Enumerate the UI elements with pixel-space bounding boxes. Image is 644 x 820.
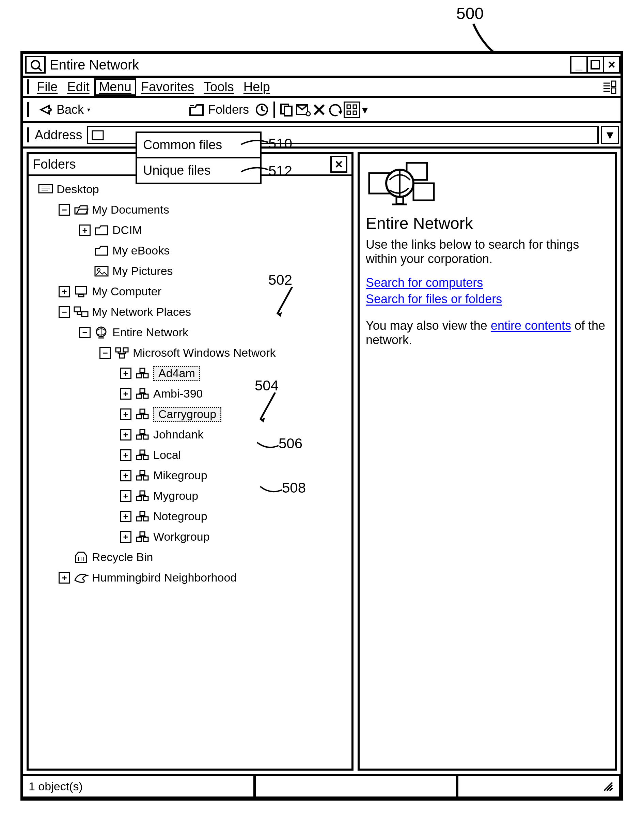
expand-icon[interactable]: + bbox=[58, 286, 70, 297]
link-search-files[interactable]: Search for files or folders bbox=[366, 292, 502, 306]
tree-label: DCIM bbox=[112, 224, 142, 236]
svg-rect-47 bbox=[136, 517, 141, 521]
menu-file[interactable]: File bbox=[32, 78, 62, 96]
collapse-icon[interactable]: − bbox=[58, 204, 70, 216]
svg-rect-52 bbox=[140, 532, 145, 536]
undo-icon[interactable] bbox=[327, 101, 343, 118]
tree-label: Desktop bbox=[57, 183, 99, 195]
menu-help[interactable]: Help bbox=[239, 78, 275, 96]
tree-node[interactable]: My eBooks bbox=[31, 241, 350, 261]
body: Folders × Desktop−My Documents+DCIMMy eB… bbox=[23, 149, 621, 776]
globe-icon bbox=[94, 326, 109, 339]
svg-rect-10 bbox=[353, 105, 357, 108]
menu-menu[interactable]: Menu bbox=[94, 78, 136, 96]
svg-rect-33 bbox=[143, 415, 148, 419]
expand-icon[interactable]: + bbox=[120, 490, 132, 502]
move-to-icon[interactable] bbox=[294, 101, 311, 118]
svg-rect-43 bbox=[140, 470, 145, 474]
content-tail: You may also view the entire contents of… bbox=[366, 318, 609, 347]
tree-node[interactable]: +DCIM bbox=[31, 220, 350, 241]
tree-label: Local bbox=[153, 449, 181, 461]
expand-icon[interactable]: + bbox=[120, 470, 132, 481]
svg-rect-18 bbox=[78, 295, 84, 297]
expand-icon[interactable]: + bbox=[120, 408, 132, 420]
callout-508: 508 bbox=[282, 480, 306, 496]
titlebar: Entire Network _ × bbox=[23, 54, 621, 78]
history-icon[interactable] bbox=[254, 101, 270, 118]
maximize-button[interactable] bbox=[586, 56, 604, 74]
svg-rect-11 bbox=[347, 111, 350, 114]
tree-label: Ad4am bbox=[153, 366, 200, 381]
tree-node[interactable]: −Microsoft Windows Network bbox=[31, 343, 350, 363]
workgroup-icon bbox=[135, 530, 150, 544]
tree-node[interactable]: +Ambi-390 bbox=[31, 384, 350, 404]
views-dropdown-icon[interactable]: ▾ bbox=[360, 103, 370, 117]
tree-node[interactable]: −Entire Network bbox=[31, 322, 350, 343]
content-lead: Use the links below to search for things… bbox=[366, 238, 609, 266]
resize-grip-icon[interactable] bbox=[602, 780, 614, 792]
tree-node[interactable]: +Notegroup bbox=[31, 506, 350, 527]
expand-icon[interactable]: + bbox=[120, 388, 132, 399]
svg-rect-3 bbox=[612, 81, 616, 86]
tree-label: Mikegroup bbox=[153, 469, 207, 482]
tree-node[interactable]: +Hummingbird Neighborhood bbox=[31, 568, 350, 588]
svg-rect-27 bbox=[143, 374, 148, 378]
copy-icon[interactable] bbox=[278, 101, 294, 118]
tree-label: Microsoft Windows Network bbox=[133, 347, 276, 359]
expand-icon[interactable]: + bbox=[120, 429, 132, 441]
back-button[interactable]: Back ▾ bbox=[32, 100, 95, 119]
callout-502: 502 bbox=[268, 272, 292, 288]
window-title: Entire Network bbox=[50, 57, 139, 72]
folders-button[interactable]: Folders bbox=[184, 100, 254, 119]
humming-icon bbox=[74, 571, 89, 584]
svg-rect-26 bbox=[136, 374, 141, 378]
menu-edit[interactable]: Edit bbox=[62, 78, 94, 96]
menu-tools[interactable]: Tools bbox=[199, 78, 239, 96]
views-button[interactable] bbox=[343, 101, 360, 118]
tree-node[interactable]: +Carrygroup bbox=[31, 404, 350, 424]
workgroup-icon bbox=[135, 408, 150, 421]
link-search-computers[interactable]: Search for computers bbox=[366, 276, 483, 290]
status-seg-3 bbox=[457, 776, 621, 798]
workgroup-icon bbox=[135, 449, 150, 462]
expand-icon[interactable]: + bbox=[120, 531, 132, 543]
content-pane: Entire Network Use the links below to se… bbox=[357, 152, 617, 771]
collapse-icon[interactable]: − bbox=[58, 306, 70, 318]
address-icon bbox=[91, 128, 104, 142]
expand-icon[interactable]: + bbox=[79, 224, 90, 236]
grip-icon bbox=[27, 127, 29, 143]
tree-node[interactable]: −My Documents bbox=[31, 200, 350, 220]
expand-icon[interactable]: + bbox=[120, 368, 132, 379]
grip-icon bbox=[27, 102, 29, 117]
explorer-window: Entire Network _ × File Edit Menu Favori… bbox=[20, 51, 623, 801]
svg-rect-39 bbox=[143, 456, 148, 459]
tree-node[interactable]: Recycle Bin bbox=[31, 547, 350, 568]
expand-icon[interactable]: + bbox=[120, 511, 132, 522]
tree-label: Johndank bbox=[153, 428, 203, 441]
delete-icon[interactable] bbox=[311, 101, 327, 118]
collapse-icon[interactable]: − bbox=[100, 347, 111, 359]
link-entire-contents[interactable]: entire contents bbox=[491, 318, 571, 333]
tree-node[interactable]: +Ad4am bbox=[31, 363, 350, 384]
collapse-icon[interactable]: − bbox=[79, 327, 90, 338]
expand-icon[interactable]: + bbox=[120, 449, 132, 461]
tree-node[interactable]: +Workgroup bbox=[31, 527, 350, 547]
svg-rect-2 bbox=[591, 61, 600, 69]
tree-node[interactable]: My Pictures bbox=[31, 261, 350, 281]
recycle-icon bbox=[74, 551, 89, 564]
svg-rect-34 bbox=[140, 409, 145, 413]
status-text: 1 object(s) bbox=[23, 776, 255, 798]
svg-rect-55 bbox=[414, 183, 434, 200]
svg-rect-28 bbox=[140, 368, 145, 372]
folders-pane-close[interactable]: × bbox=[330, 156, 347, 173]
menu-favorites[interactable]: Favorites bbox=[136, 78, 199, 96]
svg-rect-44 bbox=[136, 496, 141, 501]
callout-510: 510 bbox=[268, 135, 292, 152]
minimize-button[interactable]: _ bbox=[570, 56, 588, 74]
svg-rect-46 bbox=[140, 491, 145, 495]
expand-icon[interactable]: + bbox=[58, 572, 70, 584]
folder-icon bbox=[94, 244, 109, 257]
workgroup-icon bbox=[135, 387, 150, 400]
close-button[interactable]: × bbox=[603, 56, 621, 74]
address-dropdown[interactable]: ▼ bbox=[601, 126, 619, 144]
